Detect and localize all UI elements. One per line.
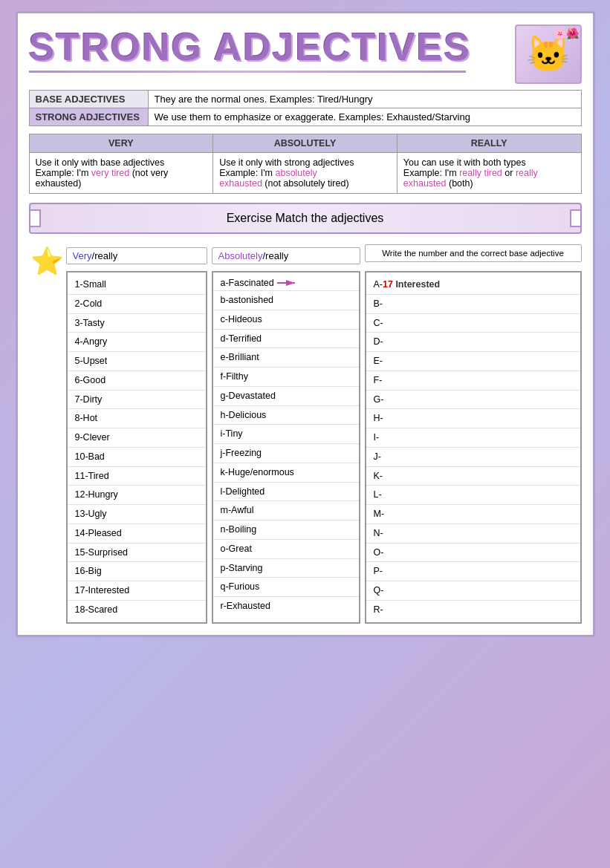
col3-item-n: N-: [366, 524, 580, 544]
very-highlight: very tired: [91, 168, 129, 178]
base-adjectives-text: They are the normal ones. Examples: Tire…: [148, 91, 581, 108]
list-item: 9-Clever: [68, 428, 206, 448]
list-item: 11-Tired: [68, 467, 206, 486]
col2-item-a: a-Fascinated: [213, 275, 359, 291]
list-item: g-Devastated: [213, 387, 359, 406]
exercise-banner: Exercise Match the adjectives: [29, 203, 582, 234]
very-label: Very: [73, 250, 92, 261]
answer-text: Interested: [395, 279, 440, 290]
list-item: m-Awful: [213, 501, 359, 521]
list-item: l-Delighted: [213, 483, 359, 502]
title-area: STRONG ADJECTIVES: [29, 25, 515, 73]
list-item: n-Boiling: [213, 521, 359, 540]
col3-item-e: E-: [366, 352, 580, 371]
cat-emoji: 🐱: [526, 33, 571, 75]
column3-list: A-17 Interested B- C- D- E- F- G- H- I- …: [365, 271, 582, 624]
absolutely-really-label: Absolutely/really: [212, 247, 360, 264]
col2-text-a: a-Fascinated: [221, 278, 274, 288]
cat-image: 🐱: [515, 25, 582, 84]
list-item: q-Furious: [213, 578, 359, 597]
adverb-header-very: VERY: [29, 134, 213, 153]
list-item: j-Freezing: [213, 444, 359, 463]
col3-item-a: A-17 Interested: [366, 275, 580, 295]
base-adjectives-label: BASE ADJECTIVES: [29, 91, 148, 108]
list-item: h-Delicious: [213, 406, 359, 425]
col3-item-g: G-: [366, 391, 580, 410]
list-item: 13-Ugly: [68, 505, 206, 524]
col3-item-d: D-: [366, 333, 580, 352]
col3-item-l: L-: [366, 486, 580, 505]
col3-item-j: J-: [366, 448, 580, 467]
adverb-table: VERY ABSOLUTELY REALLY Use it only with …: [29, 134, 582, 194]
list-item: 10-Bad: [68, 448, 206, 467]
list-item: 1-Small: [68, 275, 206, 295]
col3-item-o: O-: [366, 544, 580, 563]
adverb-header-really: REALLY: [397, 134, 581, 153]
col3-item-h: H-: [366, 409, 580, 428]
col3-item-i: I-: [366, 428, 580, 448]
title-underline: [29, 71, 467, 73]
list-item: o-Great: [213, 540, 359, 559]
adverb-header-absolutely: ABSOLUTELY: [213, 134, 398, 153]
col3-item-r: R-: [366, 601, 580, 619]
list-item: 5-Upset: [68, 352, 206, 371]
list-item: 2-Cold: [68, 295, 206, 314]
col3-item-b: B-: [366, 295, 580, 314]
col3-item-m: M-: [366, 505, 580, 524]
list-item: r-Exhausted: [213, 597, 359, 616]
write-instruction: Write the number and the correct base ad…: [365, 244, 582, 262]
exercise-area: ⭐ Very/really Absolutely/really Write th…: [29, 244, 582, 624]
strong-adjectives-text: We use them to emphasize or exaggerate. …: [148, 108, 581, 126]
list-item: 17-Interested: [68, 581, 206, 601]
list-item: e-Brilliant: [213, 348, 359, 368]
def-row-strong: STRONG ADJECTIVES We use them to emphasi…: [29, 108, 581, 126]
list-item: d-Terrified: [213, 330, 359, 349]
columns-row: 1-Small 2-Cold 3-Tasty 4-Angry 5-Upset 6…: [66, 271, 582, 624]
col3-item-q: Q-: [366, 581, 580, 601]
col3-item-k: K-: [366, 467, 580, 486]
really-highlight1: really tired: [459, 168, 502, 178]
really-label: really: [94, 250, 117, 261]
star-column: ⭐: [29, 244, 66, 275]
adverb-cell-really: You can use it with both types Example: …: [397, 153, 581, 194]
adverb-cell-absolutely: Use it only with strong adjectives Examp…: [213, 153, 398, 194]
list-item: b-astonished: [213, 291, 359, 310]
list-item: 7-Dirty: [68, 391, 206, 410]
column1-list: 1-Small 2-Cold 3-Tasty 4-Angry 5-Upset 6…: [66, 271, 207, 624]
star-icon: ⭐: [30, 248, 64, 275]
absolutely-highlight: absolutelyexhausted: [219, 168, 317, 189]
definitions-table: BASE ADJECTIVES They are the normal ones…: [29, 90, 582, 126]
list-item: 3-Tasty: [68, 314, 206, 333]
very-really-label: Very/really: [66, 247, 207, 264]
list-item: c-Hideous: [213, 310, 359, 330]
col3-item-c: C-: [366, 314, 580, 333]
list-item: i-Tiny: [213, 425, 359, 444]
col3-item-f: F-: [366, 371, 580, 391]
strong-adjectives-label: STRONG ADJECTIVES: [29, 108, 148, 126]
list-item: 16-Big: [68, 562, 206, 581]
answer-number: 17: [383, 279, 393, 290]
list-item: 8-Hot: [68, 409, 206, 428]
header: STRONG ADJECTIVES 🐱: [29, 25, 582, 84]
absolutely-label: Absolutely: [218, 250, 263, 261]
list-item: k-Huge/enormous: [213, 463, 359, 483]
def-row-base: BASE ADJECTIVES They are the normal ones…: [29, 91, 581, 108]
list-item: 14-Pleased: [68, 524, 206, 544]
list-item: p-Starving: [213, 559, 359, 578]
col3-item-p: P-: [366, 562, 580, 581]
arrow-icon: [277, 278, 299, 288]
columns-wrap: Very/really Absolutely/really Write the …: [66, 244, 582, 624]
list-item: 18-Scared: [68, 601, 206, 619]
list-item: 4-Angry: [68, 333, 206, 352]
list-item: 12-Hungry: [68, 486, 206, 505]
really-label2: really: [265, 250, 288, 261]
list-item: f-Filthy: [213, 368, 359, 387]
adverb-cell-very: Use it only with base adjectives Example…: [29, 153, 213, 194]
column2-list: a-Fascinated b-astonished c-Hideous: [212, 271, 360, 624]
list-item: 6-Good: [68, 371, 206, 391]
list-item: 15-Surprised: [68, 544, 206, 563]
page: STRONG ADJECTIVES 🐱 BASE ADJECTIVES They…: [16, 11, 595, 637]
main-title: STRONG ADJECTIVES: [29, 25, 515, 69]
exercise-title: Exercise Match the adjectives: [227, 212, 384, 224]
